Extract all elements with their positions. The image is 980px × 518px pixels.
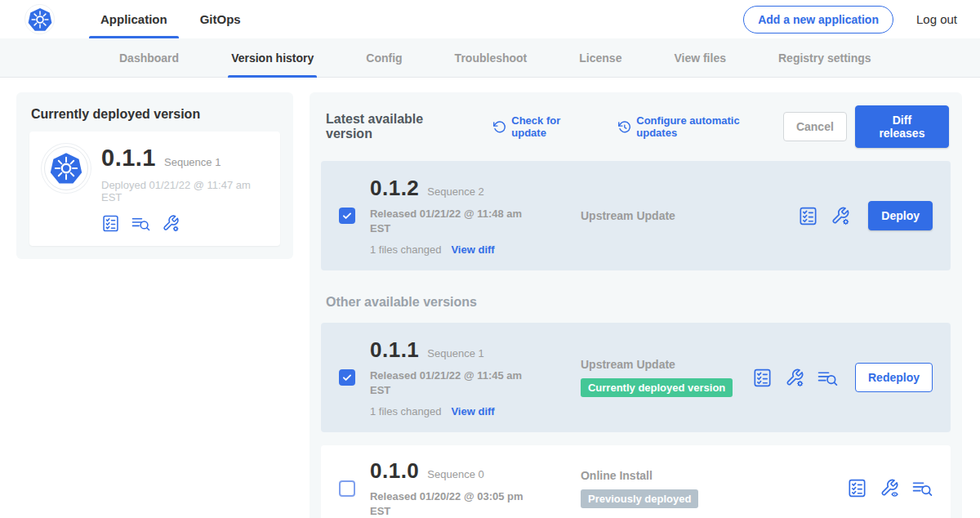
- tab-gitops-label: GitOps: [200, 12, 241, 26]
- version-actions: Deploy: [798, 201, 933, 230]
- sequence-label: Sequence 1: [427, 347, 483, 359]
- source-label: Online Install: [581, 469, 752, 482]
- preflight-results-icon[interactable]: [912, 478, 933, 498]
- release-notes-icon[interactable]: [752, 368, 773, 388]
- check-for-update-label: Check for update: [511, 114, 598, 139]
- release-notes-icon[interactable]: [101, 214, 120, 233]
- version-number: 0.1.0: [370, 458, 419, 484]
- deployed-timestamp: Deployed 01/21/22 @ 11:47 am EST: [101, 179, 265, 203]
- logout-button[interactable]: Log out: [916, 12, 957, 26]
- version-checkbox[interactable]: [339, 480, 355, 497]
- latest-version-header: Latest available version Check for updat…: [321, 105, 951, 148]
- sequence-label: Sequence 0: [427, 468, 483, 480]
- currently-deployed-title: Currently deployed version: [29, 105, 280, 122]
- edit-config-icon[interactable]: [785, 368, 805, 388]
- subnav-troubleshoot[interactable]: Troubleshoot: [452, 38, 531, 77]
- edit-config-icon[interactable]: [831, 206, 851, 226]
- deployed-version-box: 0.1.1 Sequence 1 Deployed 01/21/22 @ 11:…: [29, 132, 280, 246]
- latest-version-title: Latest available version: [326, 112, 473, 141]
- version-checkbox[interactable]: [339, 369, 355, 386]
- app-sub-nav: Dashboard Version history Config Trouble…: [0, 38, 980, 78]
- schedule-update-icon: [617, 120, 631, 134]
- version-source: Upstream Update: [581, 209, 752, 222]
- redeploy-button[interactable]: Redeploy: [855, 363, 933, 392]
- version-source: Online Install Previously deployed: [581, 469, 752, 508]
- preflight-results-icon[interactable]: [131, 214, 150, 233]
- sequence-label: Sequence 2: [427, 185, 483, 198]
- tab-application[interactable]: Application: [84, 0, 184, 38]
- subnav-version-history[interactable]: Version history: [228, 38, 317, 77]
- configure-automatic-updates-label: Configure automatic updates: [636, 114, 783, 139]
- subnav-dashboard[interactable]: Dashboard: [116, 38, 182, 77]
- version-source: Upstream Update Currently deployed versi…: [581, 358, 752, 397]
- version-row-0-1-0: 0.1.0 Sequence 0 Released 01/20/22 @ 03:…: [321, 445, 951, 518]
- diff-releases-button[interactable]: Diff releases: [855, 105, 949, 148]
- tab-application-label: Application: [100, 12, 167, 26]
- released-timestamp: Released 01/20/22 @ 03:05 pmEST: [370, 489, 548, 518]
- source-label: Upstream Update: [581, 358, 752, 371]
- app-logo-icon: [44, 146, 88, 190]
- top-nav-right: Add a new application Log out: [743, 6, 957, 33]
- version-number: 0.1.2: [370, 176, 419, 201]
- deployed-sequence-label: Sequence 1: [164, 156, 220, 168]
- deployed-version-number: 0.1.1: [101, 145, 156, 172]
- subnav-view-files[interactable]: View files: [670, 38, 729, 77]
- previously-deployed-badge: Previously deployed: [581, 489, 698, 508]
- version-actions: [847, 478, 933, 498]
- subnav-version-history-label: Version history: [231, 51, 314, 65]
- released-timestamp: Released 01/21/22 @ 11:45 amEST: [370, 368, 548, 397]
- edit-config-icon[interactable]: [162, 214, 180, 233]
- deployed-version-info: 0.1.1 Sequence 1 Deployed 01/21/22 @ 11:…: [101, 145, 265, 233]
- refresh-icon: [492, 120, 506, 134]
- version-info: 0.1.1 Sequence 1 Released 01/21/22 @ 11:…: [370, 337, 548, 418]
- configure-automatic-updates-link[interactable]: Configure automatic updates: [617, 114, 783, 139]
- version-info: 0.1.0 Sequence 0 Released 01/20/22 @ 03:…: [370, 458, 548, 518]
- version-number: 0.1.1: [370, 337, 419, 363]
- version-info: 0.1.2 Sequence 2 Released 01/21/22 @ 11:…: [370, 176, 548, 256]
- view-diff-link[interactable]: View diff: [451, 243, 494, 256]
- version-checkbox[interactable]: [339, 208, 355, 224]
- currently-deployed-card: Currently deployed version 0.1.1: [16, 92, 293, 259]
- subnav-registry-settings-label: Registry settings: [778, 51, 871, 65]
- other-versions-heading: Other available versions: [326, 295, 946, 310]
- subnav-dashboard-label: Dashboard: [119, 51, 179, 65]
- files-changed-label: 1 files changed: [370, 405, 441, 418]
- main-content: Currently deployed version 0.1.1: [0, 78, 980, 518]
- cancel-button[interactable]: Cancel: [783, 112, 847, 141]
- top-nav-tabs: Application GitOps: [84, 0, 257, 38]
- view-diff-link[interactable]: View diff: [451, 405, 494, 418]
- preflight-results-icon[interactable]: [817, 368, 838, 388]
- files-changed-label: 1 files changed: [370, 243, 441, 256]
- tab-gitops[interactable]: GitOps: [184, 0, 257, 38]
- subnav-underline: [228, 75, 317, 78]
- add-application-button[interactable]: Add a new application: [743, 6, 893, 33]
- view-config-icon[interactable]: [880, 478, 900, 498]
- subnav-view-files-label: View files: [674, 51, 726, 65]
- subnav-license-label: License: [579, 51, 621, 65]
- kubernetes-logo-icon: [24, 4, 55, 34]
- subnav-config-label: Config: [366, 51, 402, 65]
- version-history-panel: Latest available version Check for updat…: [310, 92, 962, 518]
- release-notes-icon[interactable]: [798, 206, 818, 226]
- check-for-update-link[interactable]: Check for update: [492, 114, 598, 139]
- currently-deployed-badge: Currently deployed version: [581, 378, 733, 397]
- source-label: Upstream Update: [581, 209, 752, 222]
- release-notes-icon[interactable]: [847, 478, 867, 498]
- version-row-0-1-2: 0.1.2 Sequence 2 Released 01/21/22 @ 11:…: [321, 161, 951, 270]
- top-nav: Application GitOps Add a new application…: [0, 0, 980, 38]
- subnav-license[interactable]: License: [576, 38, 625, 77]
- deployed-actions: [101, 214, 265, 233]
- subnav-config[interactable]: Config: [363, 38, 405, 77]
- subnav-troubleshoot-label: Troubleshoot: [455, 51, 528, 65]
- subnav-registry-settings[interactable]: Registry settings: [775, 38, 875, 77]
- version-actions: Redeploy: [752, 363, 933, 392]
- deploy-button[interactable]: Deploy: [868, 201, 933, 230]
- released-timestamp: Released 01/21/22 @ 11:48 amEST: [370, 207, 548, 235]
- version-row-0-1-1: 0.1.1 Sequence 1 Released 01/21/22 @ 11:…: [321, 323, 951, 432]
